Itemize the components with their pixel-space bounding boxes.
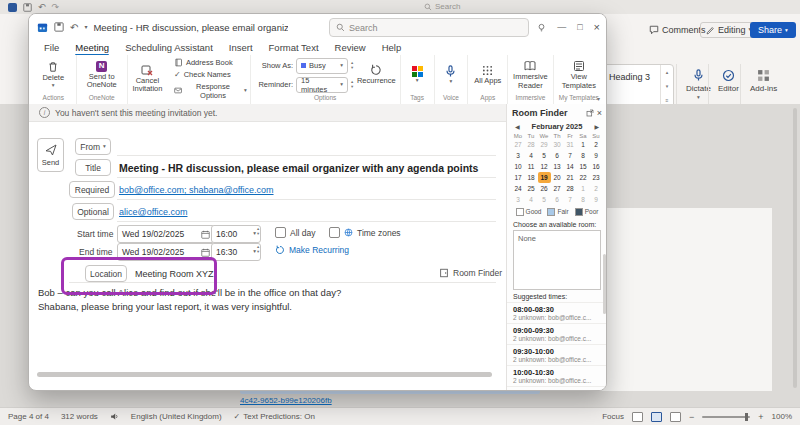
web-layout-icon[interactable] <box>670 412 681 422</box>
make-recurring-button[interactable]: Make Recurring <box>275 245 349 255</box>
suggested-time-item[interactable]: 08:00-08:302 unknown: bob@office.c... <box>507 302 607 323</box>
calendar-day[interactable]: 28 <box>564 183 577 194</box>
page-indicator[interactable]: Page 4 of 4 <box>8 412 49 421</box>
calendar-day[interactable]: 25 <box>525 183 538 194</box>
calendar-day[interactable]: 3 <box>512 194 525 205</box>
response-options-button[interactable]: Response Options▾ <box>172 81 249 101</box>
calendar-day[interactable]: 28 <box>525 139 538 150</box>
word-vertical-scrollbar[interactable] <box>793 108 797 388</box>
categorize-button[interactable]: ▾ <box>410 66 425 84</box>
calendar-day[interactable]: 6 <box>551 150 564 161</box>
print-layout-icon[interactable] <box>651 412 662 422</box>
calendar-day[interactable]: 18 <box>525 172 538 183</box>
read-mode-icon[interactable] <box>632 412 643 422</box>
calendar-day[interactable]: 26 <box>538 183 551 194</box>
menu-tab-insert[interactable]: Insert <box>222 41 260 54</box>
calendar-day[interactable]: 10 <box>512 161 525 172</box>
room-listbox[interactable]: None <box>513 230 601 290</box>
styles-menu-icon[interactable]: ≡ <box>666 97 669 103</box>
calendar-day[interactable]: 16 <box>590 161 603 172</box>
word-addins-button[interactable]: Add-ins <box>744 68 783 94</box>
suggested-time-item[interactable]: 09:00-09:302 unknown: bob@office.c... <box>507 323 607 344</box>
calendar-day[interactable]: 5 <box>538 150 551 161</box>
immersive-reader-button[interactable]: Immersive Reader <box>509 60 552 90</box>
minimize-icon[interactable]: — <box>557 22 566 32</box>
read-aloud-icon[interactable] <box>110 412 119 421</box>
time-zones-checkbox[interactable]: Time zones <box>329 227 401 238</box>
calendar-day[interactable]: 17 <box>512 172 525 183</box>
undo-icon[interactable]: ↶ <box>70 22 78 33</box>
start-date-picker[interactable]: Wed 19/02/2025 <box>117 225 215 243</box>
calendar-day[interactable]: 24 <box>512 183 525 194</box>
coming-soon-icon[interactable] <box>537 23 546 32</box>
from-button[interactable]: From▾ <box>75 138 111 155</box>
calendar-day[interactable]: 7 <box>564 150 577 161</box>
calendar-day[interactable]: 1 <box>577 183 590 194</box>
calendar-day[interactable]: 5 <box>538 194 551 205</box>
calendar-day[interactable]: 9 <box>590 150 603 161</box>
reminder-spinner[interactable]: ▴▾ <box>351 80 353 90</box>
start-time-picker[interactable]: 16:00▾ <box>211 225 261 243</box>
calendar-day[interactable]: 2 <box>590 139 603 150</box>
focus-mode-button[interactable]: Focus <box>602 412 624 421</box>
suggested-time-item[interactable]: 10:00-10:302 unknown: bob@office.c... <box>507 365 607 386</box>
close-icon[interactable]: × <box>594 21 600 33</box>
calendar-day[interactable]: 23 <box>590 172 603 183</box>
calendar-day[interactable]: 8 <box>577 150 590 161</box>
cancel-invitation-button[interactable]: Cancel Invitation <box>129 64 166 94</box>
editing-mode-button[interactable]: Editing▾ <box>700 22 757 38</box>
delete-button[interactable]: Delete▾ <box>40 61 66 89</box>
word-count[interactable]: 312 words <box>61 412 98 421</box>
menu-tab-help[interactable]: Help <box>375 41 409 54</box>
save-icon[interactable] <box>54 22 64 32</box>
address-book-button[interactable]: Address Book <box>172 57 249 68</box>
menu-tab-file[interactable]: File <box>37 41 66 54</box>
recurrence-button[interactable]: Recurrence <box>357 64 395 85</box>
send-button[interactable]: Send <box>37 138 64 172</box>
quick-access-caret-icon[interactable]: ▾ <box>84 24 87 30</box>
outlook-search-box[interactable]: Search <box>329 18 529 37</box>
title-input[interactable]: Meeting - HR discussion, please email or… <box>119 162 478 174</box>
meeting-link[interactable]: 4c42-9652-b99e120206fb <box>240 396 332 405</box>
calendar-day[interactable]: 7 <box>564 194 577 205</box>
reminder-select[interactable]: 15 minutes ▾ <box>296 77 348 93</box>
calendar-day[interactable]: 9 <box>590 194 603 205</box>
calendar-day[interactable]: 1 <box>577 139 590 150</box>
calendar-day[interactable]: 21 <box>564 172 577 183</box>
suggested-time-item[interactable]: 11:00-11:302 unknown: bob@office.c... <box>507 386 607 390</box>
popout-icon[interactable] <box>586 109 594 117</box>
calendar-day[interactable]: 4 <box>525 194 538 205</box>
next-month-icon[interactable]: ▶ <box>592 123 601 130</box>
styles-up-icon[interactable]: ▴ <box>666 69 669 75</box>
zoom-level[interactable]: 100% <box>772 412 792 421</box>
send-to-onenote-button[interactable]: N Send to OneNote <box>78 61 126 90</box>
prev-month-icon[interactable]: ◀ <box>513 123 522 130</box>
zoom-slider[interactable] <box>702 416 750 418</box>
zoom-in-button[interactable]: + <box>758 412 763 422</box>
styles-down-icon[interactable]: ▾ <box>666 83 669 89</box>
start-time-spinner[interactable]: ▴▾ <box>257 227 259 237</box>
calendar-day[interactable]: 27 <box>551 183 564 194</box>
calendar-day[interactable]: 13 <box>551 161 564 172</box>
optional-recipients[interactable]: alice@office.com <box>119 207 188 217</box>
panel-scrollbar[interactable] <box>603 254 606 314</box>
calendar-day[interactable]: 14 <box>564 161 577 172</box>
calendar-day[interactable]: 22 <box>577 172 590 183</box>
show-as-select[interactable]: Busy ▾ <box>296 58 348 74</box>
optional-button[interactable]: Optional <box>72 203 114 220</box>
location-button[interactable]: Location <box>85 265 127 282</box>
zoom-out-button[interactable]: − <box>689 412 694 422</box>
redo-icon[interactable]: ↷ <box>52 2 60 12</box>
room-option-none[interactable]: None <box>518 234 536 243</box>
style-name[interactable]: Heading 3 <box>609 72 650 82</box>
calendar-day[interactable]: 4 <box>525 150 538 161</box>
calendar-day[interactable]: 30 <box>551 139 564 150</box>
calendar-day[interactable]: 6 <box>551 194 564 205</box>
menu-tab-review[interactable]: Review <box>328 41 373 54</box>
end-time-picker[interactable]: 16:30▾ <box>211 243 261 261</box>
calendar-day[interactable]: 8 <box>577 194 590 205</box>
view-templates-button[interactable]: View Templates <box>555 60 603 90</box>
calendar-day[interactable]: 27 <box>512 139 525 150</box>
undo-icon[interactable]: ↶ <box>38 2 46 12</box>
calendar-day[interactable]: 2 <box>590 183 603 194</box>
